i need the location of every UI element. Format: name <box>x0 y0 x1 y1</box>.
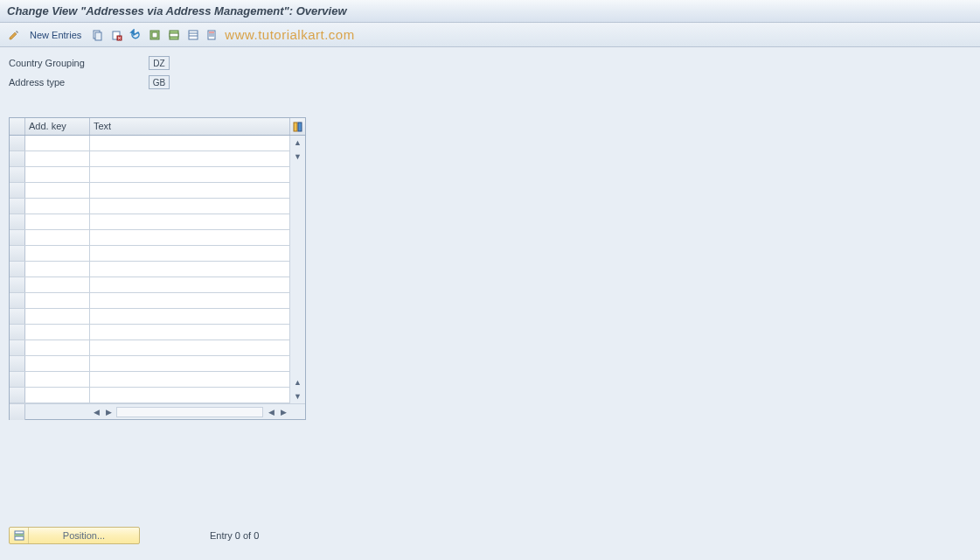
cell-text[interactable] <box>90 293 289 308</box>
table-row[interactable] <box>10 214 289 230</box>
cell-key[interactable] <box>25 230 90 245</box>
cell-key[interactable] <box>25 183 90 198</box>
cell-key[interactable] <box>25 372 90 387</box>
cell-key[interactable] <box>25 293 90 308</box>
row-selector[interactable] <box>10 309 25 324</box>
hscroll-right2-icon[interactable]: ▶ <box>277 406 289 418</box>
table-row[interactable] <box>10 199 289 214</box>
table-row[interactable] <box>10 309 289 325</box>
cell-text[interactable] <box>90 372 289 387</box>
cell-text[interactable] <box>90 340 289 355</box>
row-selector[interactable] <box>10 167 25 182</box>
toggle-change-icon[interactable] <box>5 26 23 44</box>
row-selector[interactable] <box>10 388 25 402</box>
config-icon[interactable] <box>204 26 221 44</box>
svg-rect-5 <box>152 32 157 38</box>
position-button[interactable]: Position... <box>9 527 140 544</box>
cell-text[interactable] <box>90 230 289 245</box>
svg-rect-1 <box>95 32 101 40</box>
row-selector[interactable] <box>10 199 25 214</box>
table-row[interactable] <box>10 372 289 388</box>
table-row[interactable] <box>10 262 289 277</box>
column-header-text[interactable]: Text <box>90 118 289 135</box>
scroll-down-icon[interactable]: ▲ <box>290 375 305 389</box>
rows-area <box>10 136 289 403</box>
cell-key[interactable] <box>25 356 90 371</box>
header-select-all[interactable] <box>10 118 25 135</box>
horizontal-scrollbar[interactable]: ◀ ▶ ◀ ▶ <box>10 403 305 419</box>
table-row[interactable] <box>10 151 289 167</box>
cell-text[interactable] <box>90 388 289 402</box>
row-selector[interactable] <box>10 262 25 276</box>
cell-key[interactable] <box>25 388 90 402</box>
cell-key[interactable] <box>25 246 90 261</box>
cell-text[interactable] <box>90 309 289 324</box>
row-selector[interactable] <box>10 325 25 340</box>
cell-text[interactable] <box>90 183 289 198</box>
cell-key[interactable] <box>25 151 90 166</box>
cell-text[interactable] <box>90 325 289 340</box>
row-selector[interactable] <box>10 246 25 261</box>
select-all-icon[interactable] <box>146 26 163 44</box>
cell-text[interactable] <box>90 277 289 292</box>
cell-key[interactable] <box>25 325 90 340</box>
row-selector[interactable] <box>10 293 25 308</box>
copy-as-icon[interactable] <box>88 26 106 44</box>
new-entries-button[interactable]: New Entries <box>24 26 87 44</box>
hscroll-right-icon[interactable]: ▶ <box>102 406 115 418</box>
hscroll-track[interactable] <box>116 407 263 417</box>
cell-key[interactable] <box>25 340 90 355</box>
cell-key[interactable] <box>25 167 90 182</box>
cell-key[interactable] <box>25 214 90 229</box>
scroll-up-icon[interactable]: ▲ <box>290 136 305 150</box>
cell-text[interactable] <box>90 262 289 276</box>
cell-key[interactable] <box>25 262 90 276</box>
row-selector[interactable] <box>10 151 25 166</box>
cell-key[interactable] <box>25 309 90 324</box>
table-row[interactable] <box>10 167 289 183</box>
scroll-track[interactable] <box>290 164 305 375</box>
position-label: Position... <box>29 530 139 541</box>
scroll-down2-icon[interactable]: ▼ <box>290 389 305 403</box>
row-selector[interactable] <box>10 214 25 229</box>
table-header: Add. key Text <box>10 118 305 136</box>
cell-key[interactable] <box>25 136 90 150</box>
row-selector[interactable] <box>10 372 25 387</box>
column-header-key[interactable]: Add. key <box>25 118 90 135</box>
cell-text[interactable] <box>90 151 289 166</box>
row-selector[interactable] <box>10 183 25 198</box>
table-config-icon[interactable] <box>289 118 305 135</box>
select-block-icon[interactable] <box>165 26 183 44</box>
cell-key[interactable] <box>25 199 90 214</box>
cell-text[interactable] <box>90 136 289 150</box>
table-row[interactable] <box>10 183 289 199</box>
table-row[interactable] <box>10 325 289 340</box>
delete-icon[interactable] <box>108 26 125 44</box>
vertical-scrollbar[interactable]: ▲ ▼ ▲ ▼ <box>289 136 305 403</box>
cell-text[interactable] <box>90 167 289 182</box>
table-row[interactable] <box>10 356 289 372</box>
cell-key[interactable] <box>25 277 90 292</box>
country-grouping-label: Country Grouping <box>9 58 149 68</box>
table-row[interactable] <box>10 340 289 356</box>
row-selector[interactable] <box>10 356 25 371</box>
cell-text[interactable] <box>90 214 289 229</box>
hscroll-left-icon[interactable]: ◀ <box>90 406 102 418</box>
undo-icon[interactable] <box>127 26 144 44</box>
table-row[interactable] <box>10 293 289 309</box>
deselect-all-icon[interactable] <box>184 26 202 44</box>
table-row[interactable] <box>10 246 289 262</box>
row-selector[interactable] <box>10 136 25 150</box>
cell-text[interactable] <box>90 246 289 261</box>
table-row[interactable] <box>10 277 289 293</box>
cell-text[interactable] <box>90 199 289 214</box>
table-row[interactable] <box>10 136 289 151</box>
row-selector[interactable] <box>10 230 25 245</box>
cell-text[interactable] <box>90 356 289 371</box>
row-selector[interactable] <box>10 277 25 292</box>
hscroll-left2-icon[interactable]: ◀ <box>265 406 277 418</box>
table-row[interactable] <box>10 230 289 246</box>
scroll-up2-icon[interactable]: ▼ <box>290 150 305 164</box>
row-selector[interactable] <box>10 340 25 355</box>
table-row[interactable] <box>10 388 289 403</box>
